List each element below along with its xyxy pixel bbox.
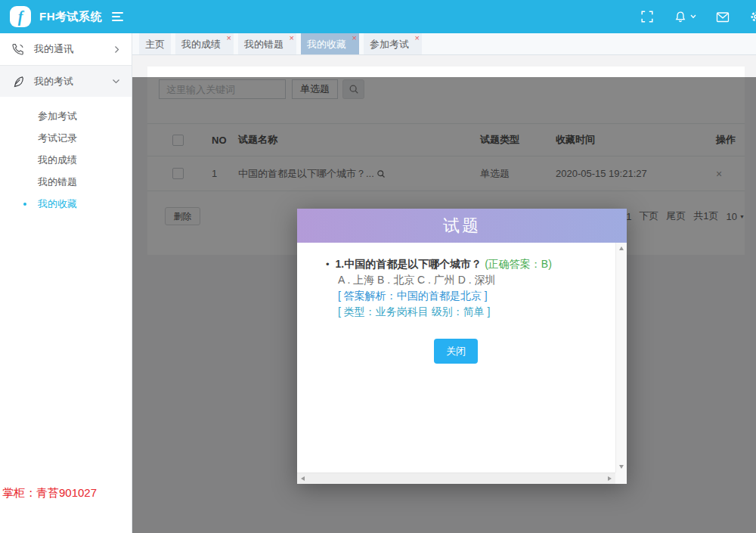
- phone-icon: [11, 42, 25, 56]
- sidebar-subitem-my-scores[interactable]: 我的成绩: [0, 149, 132, 171]
- menu-toggle-icon[interactable]: [112, 12, 123, 21]
- modal-body: •1.中国的首都是以下哪个城市？ (正确答案：B) A . 上海 B . 北京 …: [297, 243, 627, 484]
- messages-envelope-icon[interactable]: [716, 11, 730, 23]
- sidebar: 我的通讯 我的考试 参加考试 考试记录 我的成绩 我的错题 我的收藏 掌柜：青苔…: [0, 33, 132, 533]
- app-title: FH考试系统: [39, 10, 102, 24]
- question-title: 1.中国的首都是以下哪个城市？: [336, 258, 482, 270]
- scroll-down-arrow-icon[interactable]: [619, 465, 624, 469]
- bullet-icon: •: [326, 259, 330, 270]
- sidebar-item-label: 我的通讯: [34, 42, 73, 56]
- tab-label: 我的成绩: [181, 39, 221, 50]
- feather-pen-icon: [11, 75, 25, 88]
- tab-my-favorites[interactable]: 我的收藏 ×: [301, 33, 359, 54]
- sidebar-subitem-join-exam[interactable]: 参加考试: [0, 105, 132, 127]
- tab-label: 主页: [145, 39, 165, 50]
- sidebar-item-label: 我的考试: [34, 75, 73, 88]
- tab-my-scores[interactable]: 我的成绩 ×: [175, 33, 234, 54]
- question-options: A . 上海 B . 北京 C . 广州 D . 深圳: [326, 272, 601, 288]
- header-actions: [640, 10, 756, 23]
- caret-down-icon: [690, 14, 696, 19]
- tab-home[interactable]: 主页: [139, 33, 171, 54]
- vendor-note: 掌柜：青苔901027: [2, 486, 97, 500]
- tab-label: 我的收藏: [307, 39, 346, 50]
- notifications-bell-icon[interactable]: [674, 11, 696, 23]
- modal-close-button[interactable]: 关闭: [434, 339, 478, 364]
- logo-letter: f: [18, 9, 23, 24]
- settings-gear-icon[interactable]: [749, 10, 756, 23]
- tab-close-icon[interactable]: ×: [290, 33, 294, 43]
- tab-close-icon[interactable]: ×: [227, 33, 231, 43]
- horizontal-scrollbar[interactable]: [297, 473, 615, 484]
- sidebar-subitem-my-mistakes[interactable]: 我的错题: [0, 171, 132, 193]
- app-logo-icon: f: [10, 6, 31, 27]
- answer-analysis: [ 答案解析：中国的首都是北京 ]: [326, 288, 601, 304]
- scrollbar-corner: [615, 473, 627, 484]
- correct-answer-tag: (正确答案：B): [485, 258, 552, 270]
- tab-label: 我的错题: [244, 39, 284, 50]
- scroll-left-arrow-icon[interactable]: [301, 476, 305, 481]
- tab-label: 参加考试: [370, 39, 409, 50]
- tab-bar: 主页 我的成绩 × 我的错题 × 我的收藏 × 参加考试 ×: [132, 33, 756, 55]
- brand: f FH考试系统: [0, 6, 132, 27]
- question-modal: 试题 •1.中国的首都是以下哪个城市？ (正确答案：B) A . 上海 B . …: [297, 209, 627, 484]
- modal-header: 试题: [297, 209, 627, 243]
- sidebar-submenu: 参加考试 考试记录 我的成绩 我的错题 我的收藏: [0, 97, 132, 215]
- modal-title: 试题: [443, 215, 481, 237]
- sidebar-item-exams[interactable]: 我的考试: [0, 66, 132, 97]
- question-line: •1.中国的首都是以下哪个城市？ (正确答案：B): [326, 256, 601, 272]
- sidebar-item-comms[interactable]: 我的通讯: [0, 33, 132, 66]
- app-header: f FH考试系统: [0, 0, 756, 33]
- tab-close-icon[interactable]: ×: [415, 33, 420, 43]
- question-meta: [ 类型：业务岗科目 级别：简单 ]: [326, 304, 601, 320]
- scroll-right-arrow-icon[interactable]: [608, 476, 612, 481]
- fullscreen-icon[interactable]: [640, 10, 654, 23]
- vertical-scrollbar[interactable]: [615, 243, 627, 473]
- sidebar-subitem-exam-records[interactable]: 考试记录: [0, 127, 132, 149]
- sidebar-subitem-my-favorites[interactable]: 我的收藏: [0, 193, 132, 215]
- question-block: •1.中国的首都是以下哪个城市？ (正确答案：B) A . 上海 B . 北京 …: [326, 256, 601, 320]
- tab-close-icon[interactable]: ×: [352, 33, 357, 43]
- tab-my-mistakes[interactable]: 我的错题 ×: [238, 33, 296, 54]
- chevron-right-icon: [113, 45, 120, 54]
- chevron-down-icon: [112, 78, 120, 85]
- tab-join-exam[interactable]: 参加考试 ×: [364, 33, 422, 54]
- scroll-up-arrow-icon[interactable]: [619, 246, 624, 250]
